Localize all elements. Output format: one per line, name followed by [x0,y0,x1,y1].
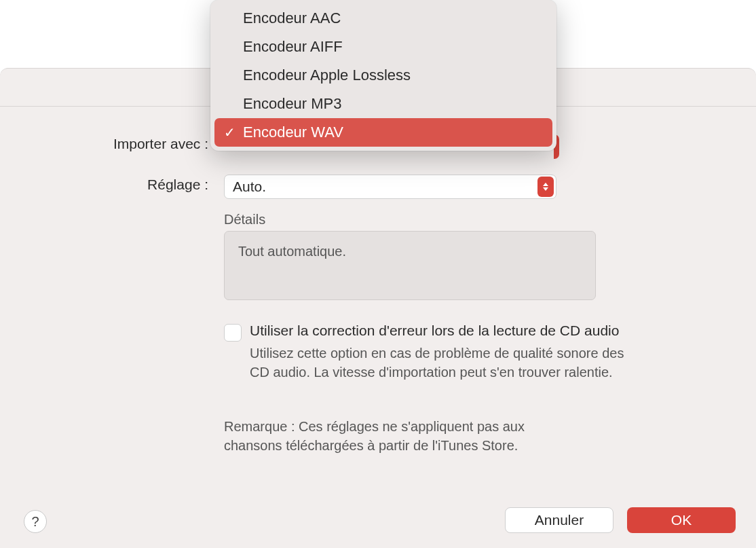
label-setting: Réglage : [0,177,214,193]
encoder-dropdown-menu: Encodeur AAC Encodeur AIFF Encodeur Appl… [210,0,556,151]
cancel-button[interactable]: Annuler [505,507,613,533]
ok-button[interactable]: OK [627,507,736,533]
details-text: Tout automatique. [238,244,346,259]
setting-select-value: Auto. [233,179,266,195]
menu-item-encoder-apple-lossless[interactable]: Encodeur Apple Lossless [214,61,552,90]
details-heading: Détails [224,212,265,227]
setting-select[interactable]: Auto. [224,175,556,199]
menu-item-encoder-aac[interactable]: Encodeur AAC [214,4,552,33]
error-correction-row: Utiliser la correction d'erreur lors de … [224,323,619,342]
error-correction-checkbox[interactable] [224,324,242,342]
note-text: Remarque : Ces réglages ne s'appliquent … [224,417,550,455]
checkmark-icon: ✓ [224,124,235,141]
menu-item-encoder-mp3[interactable]: Encodeur MP3 [214,90,552,118]
dialog-buttons: Annuler OK [505,507,736,533]
help-button[interactable]: ? [24,510,47,533]
menu-item-encoder-wav[interactable]: ✓ Encodeur WAV [214,118,552,147]
label-import-with: Importer avec : [0,136,214,152]
menu-item-encoder-aiff[interactable]: Encodeur AIFF [214,33,552,61]
up-down-icon [537,177,554,197]
error-correction-help: Utilisez cette option en cas de problème… [250,344,630,382]
question-mark-icon: ? [31,514,39,530]
error-correction-label: Utiliser la correction d'erreur lors de … [250,323,619,339]
details-box: Tout automatique. [224,231,596,300]
